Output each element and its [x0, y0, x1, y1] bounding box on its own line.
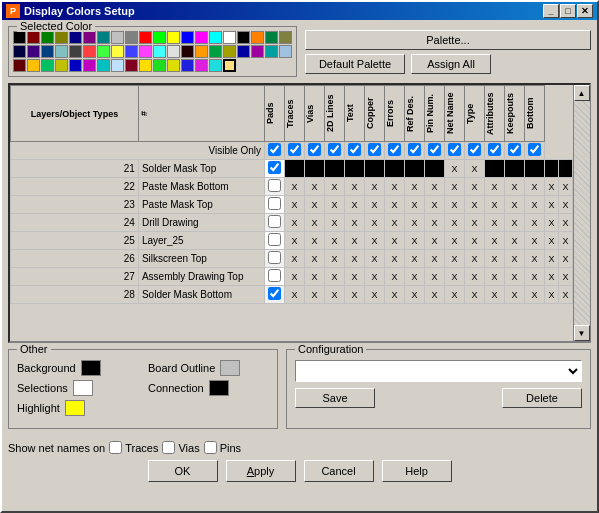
row-cell[interactable]: X	[365, 214, 385, 232]
row-cell[interactable]: X	[325, 268, 345, 286]
color-cell-33[interactable]	[195, 45, 208, 58]
row-cell[interactable]: X	[445, 214, 465, 232]
row-cell[interactable]: X	[345, 268, 365, 286]
row-cell[interactable]: X	[305, 286, 325, 304]
row-cell[interactable]: X	[559, 286, 573, 304]
color-cell-40[interactable]	[13, 59, 26, 72]
color-cell-47[interactable]	[111, 59, 124, 72]
row-cell[interactable]: X	[465, 196, 485, 214]
row-cell[interactable]: X	[445, 250, 465, 268]
color-cell-45[interactable]	[83, 59, 96, 72]
apply-button[interactable]: Apply	[226, 460, 296, 482]
row-cell[interactable]: X	[545, 178, 559, 196]
row-cell[interactable]: X	[525, 232, 545, 250]
color-cell-48[interactable]	[125, 59, 138, 72]
row-cell[interactable]: X	[305, 232, 325, 250]
color-cell-22[interactable]	[41, 45, 54, 58]
row-cell[interactable]: X	[425, 214, 445, 232]
row-cell[interactable]: X	[425, 286, 445, 304]
row-cell[interactable]: X	[365, 286, 385, 304]
row-cell[interactable]: X	[505, 196, 525, 214]
color-cell-44[interactable]	[69, 59, 82, 72]
row-cell[interactable]	[505, 160, 525, 178]
row-cell[interactable]: X	[385, 214, 405, 232]
row-cell[interactable]: X	[325, 286, 345, 304]
color-cell-36[interactable]	[237, 45, 250, 58]
row-cell[interactable]: X	[285, 178, 305, 196]
color-cell-46[interactable]	[97, 59, 110, 72]
connection-swatch[interactable]	[209, 380, 229, 396]
row-cell[interactable]: X	[405, 196, 425, 214]
color-cell-10[interactable]	[153, 31, 166, 44]
visible-only-pads[interactable]	[265, 142, 285, 160]
color-cell-17[interactable]	[251, 31, 264, 44]
visible-only-pinnum[interactable]	[425, 142, 445, 160]
row-cell[interactable]: X	[305, 178, 325, 196]
row-cell[interactable]: X	[545, 250, 559, 268]
ok-button[interactable]: OK	[148, 460, 218, 482]
color-palette-grid[interactable]	[13, 31, 292, 72]
row-cell[interactable]	[345, 160, 365, 178]
row-cell[interactable]: X	[525, 286, 545, 304]
row-cell[interactable]	[525, 160, 545, 178]
row-cell[interactable]: X	[559, 214, 573, 232]
visible-only-2dlines[interactable]	[325, 142, 345, 160]
highlight-swatch[interactable]	[65, 400, 85, 416]
color-cell-21[interactable]	[27, 45, 40, 58]
table-scrollbar[interactable]: ▲ ▼	[573, 85, 589, 341]
row-cell[interactable]: X	[365, 178, 385, 196]
default-palette-button[interactable]: Default Palette	[305, 54, 405, 74]
color-cell-4[interactable]	[69, 31, 82, 44]
row-cell[interactable]: X	[325, 250, 345, 268]
board-outline-swatch[interactable]	[220, 360, 240, 376]
row-cell[interactable]: X	[385, 268, 405, 286]
visible-only-text[interactable]	[345, 142, 365, 160]
row-cell[interactable]: X	[365, 268, 385, 286]
row-cell[interactable]: X	[545, 286, 559, 304]
row-cell[interactable]: X	[425, 268, 445, 286]
row-cell[interactable]: X	[325, 178, 345, 196]
visible-only-refdes[interactable]	[405, 142, 425, 160]
save-button[interactable]: Save	[295, 388, 375, 408]
row-cell[interactable]: X	[445, 286, 465, 304]
color-cell-1[interactable]	[27, 31, 40, 44]
visible-only-attrs[interactable]	[485, 142, 505, 160]
visible-only-traces[interactable]	[285, 142, 305, 160]
row-cell[interactable]: X	[525, 178, 545, 196]
color-cell-14[interactable]	[209, 31, 222, 44]
minimize-button[interactable]: _	[543, 4, 559, 18]
color-cell-30[interactable]	[153, 45, 166, 58]
row-cell[interactable]: X	[405, 250, 425, 268]
row-cell[interactable]: X	[445, 232, 465, 250]
color-cell-7[interactable]	[111, 31, 124, 44]
color-cell-11[interactable]	[167, 31, 180, 44]
row-cell[interactable]: X	[405, 268, 425, 286]
row-cell[interactable]	[365, 160, 385, 178]
row-cell[interactable]: X	[465, 214, 485, 232]
row-cell[interactable]: X	[545, 268, 559, 286]
row-cell[interactable]: X	[465, 286, 485, 304]
row-cell[interactable]: X	[325, 196, 345, 214]
pins-checkbox[interactable]	[204, 441, 217, 454]
row-cell[interactable]: X	[445, 196, 465, 214]
visible-only-errors[interactable]	[385, 142, 405, 160]
row-cell[interactable]: X	[465, 250, 485, 268]
configuration-select[interactable]	[295, 360, 582, 382]
row-cell[interactable]: X	[305, 214, 325, 232]
row-cell[interactable]: X	[545, 196, 559, 214]
color-cell-2[interactable]	[41, 31, 54, 44]
row-cell[interactable]: X	[405, 214, 425, 232]
row-cell[interactable]: X	[305, 250, 325, 268]
row-cell[interactable]: X	[425, 250, 445, 268]
row-cell[interactable]: X	[559, 196, 573, 214]
row-cell[interactable]: X	[385, 250, 405, 268]
row-cell[interactable]: X	[285, 214, 305, 232]
cancel-button[interactable]: Cancel	[304, 460, 374, 482]
row-cell[interactable]: X	[385, 232, 405, 250]
row-cell[interactable]: X	[485, 214, 505, 232]
background-swatch[interactable]	[81, 360, 101, 376]
row-cell[interactable]: X	[345, 214, 365, 232]
color-cell-0[interactable]	[13, 31, 26, 44]
row-cell[interactable]: X	[425, 232, 445, 250]
row-cell[interactable]: X	[505, 178, 525, 196]
